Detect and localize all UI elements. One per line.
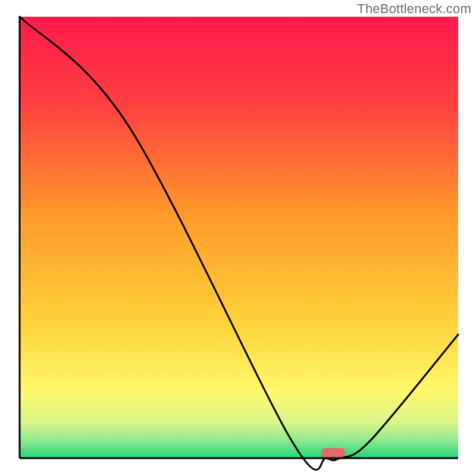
chart-stage: TheBottleneck.com xyxy=(0,0,476,476)
sweet-spot-marker xyxy=(321,448,346,458)
bottleneck-chart xyxy=(0,0,476,476)
watermark-label: TheBottleneck.com xyxy=(357,1,471,17)
plot-background xyxy=(20,17,458,458)
